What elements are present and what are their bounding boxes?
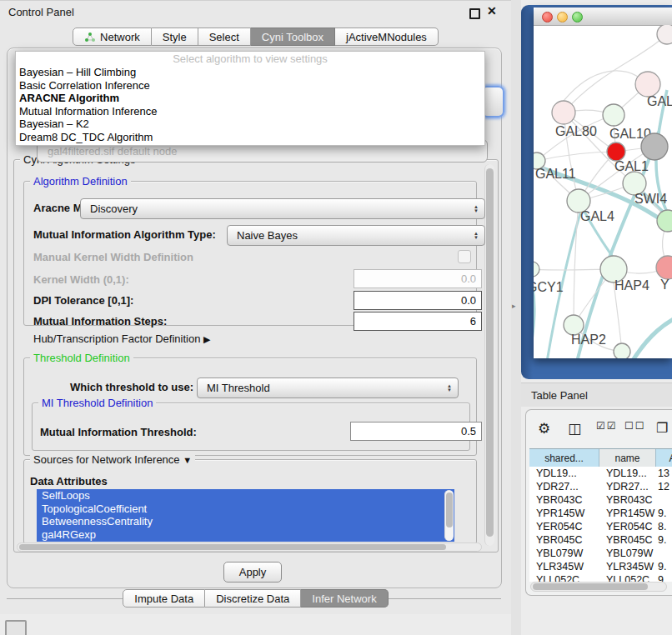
network-node-gal10[interactable] — [603, 104, 624, 126]
tab-infer-network[interactable]: Infer Network — [301, 589, 388, 608]
close-icon[interactable]: ✕ — [487, 4, 497, 18]
table-cell: YBR043C — [599, 494, 656, 506]
table-horizontal-scrollbar[interactable] — [530, 582, 667, 592]
table-row[interactable]: YLR345WYLR345W9. — [529, 560, 672, 573]
network-node[interactable] — [607, 142, 625, 161]
kernel-width-value: 0.0 — [461, 272, 476, 285]
mi-threshold-field[interactable]: 0.5 — [350, 422, 482, 441]
attribute-item-betweennesscentrality[interactable]: BetweennessCentrality — [37, 515, 454, 528]
table-row[interactable]: YLL052CYLL052C9. — [529, 573, 672, 582]
network-node-gal[interactable] — [635, 72, 660, 97]
network-node[interactable] — [657, 25, 672, 44]
tab-network[interactable]: Network — [73, 28, 152, 46]
network-node-swi4[interactable] — [657, 210, 672, 232]
float-window-icon[interactable] — [469, 8, 480, 19]
network-node[interactable] — [614, 343, 630, 358]
mi-threshold-label: Mutual Information Threshold: — [40, 426, 197, 438]
mi-type-select[interactable]: Naive Bayes ▲▼ — [227, 225, 485, 246]
manual-kernel-checkbox[interactable] — [458, 250, 471, 263]
data-attributes-list[interactable]: SelfLoopsTopologicalCoefficientBetweenne… — [37, 489, 454, 542]
table-rows: YDL19...YDL19...13YDR27...YDR27...12YBR0… — [529, 467, 672, 582]
mi-type-value: Naive Bayes — [237, 229, 298, 242]
mi-threshold-legend: MI Threshold Definition — [38, 397, 156, 409]
attribute-item-topologicalcoefficient[interactable]: TopologicalCoefficient — [37, 502, 454, 516]
tab-cyni-toolbox[interactable]: Cyni Toolbox — [251, 28, 335, 46]
attribute-item-gal4rgexp[interactable]: gal4RGexp — [37, 528, 454, 542]
tab-select[interactable]: Select — [198, 28, 251, 46]
select-all-columns-icon[interactable]: ☑☑ — [596, 420, 618, 432]
close-traffic-light[interactable] — [542, 12, 553, 22]
split-columns-icon[interactable]: ◫ — [568, 420, 581, 438]
table-scrollbar-thumb[interactable] — [533, 583, 648, 590]
node-label-gal1: GAL1 — [614, 159, 649, 173]
algorithm-option-aracne-algorithm[interactable]: ARACNE Algorithm — [16, 92, 484, 105]
algorithm-option-mutual-information-inference[interactable]: Mutual Information Inference — [16, 105, 484, 118]
network-window-titlebar[interactable] — [534, 8, 672, 26]
network-node-gal80[interactable] — [552, 101, 575, 124]
table-row[interactable]: YER054CYER054C8. — [529, 520, 672, 533]
tab-discretize-data[interactable]: Discretize Data — [205, 589, 301, 608]
mi-steps-value: 6 — [470, 315, 476, 328]
settings-vertical-scrollbar[interactable] — [484, 164, 494, 546]
algorithm-option-basic-correlation-inference[interactable]: Basic Correlation Inference — [16, 79, 484, 92]
table-row[interactable]: YBR043CYBR043C — [529, 493, 672, 507]
node-label-gal80: GAL80 — [555, 124, 597, 138]
node-label-y: Y — [660, 278, 669, 292]
table-row[interactable]: YBR045CYBR045C9. — [529, 533, 672, 547]
table-cell: YDL19... — [529, 468, 599, 479]
table-row[interactable]: YPR145WYPR145W9. — [529, 507, 672, 520]
node-label-swi4: SWI4 — [634, 192, 667, 206]
column-header-name[interactable]: name — [599, 449, 656, 468]
attribute-item-selfloops[interactable]: SelfLoops — [37, 489, 454, 502]
which-threshold-select[interactable]: MI Threshold ▲▼ — [197, 378, 459, 398]
threshold-definition-legend: Threshold Definition — [30, 352, 133, 364]
export-table-icon[interactable]: ❐ — [656, 420, 668, 436]
table-header-row: shared...nameA — [529, 448, 672, 468]
table-row[interactable]: YBL079WYBL079W — [529, 547, 672, 560]
column-header-a[interactable]: A — [656, 449, 672, 468]
attributes-scrollbar[interactable] — [444, 490, 454, 541]
algorithm-option-bayesian-hill-climbing[interactable]: Bayesian – Hill Climbing — [16, 66, 484, 79]
apply-button[interactable]: Apply — [223, 562, 282, 582]
settings-horizontal-scrollbar[interactable] — [17, 542, 482, 552]
zoom-traffic-light[interactable] — [572, 12, 583, 22]
which-threshold-label: Which threshold to use: — [70, 381, 193, 393]
table-cell: 9. — [656, 508, 672, 519]
network-node-y[interactable] — [656, 256, 672, 279]
dpi-tolerance-field[interactable]: 0.0 — [354, 291, 482, 310]
kernel-width-field[interactable]: 0.0 — [354, 269, 482, 288]
panel-splitter[interactable] — [511, 0, 521, 635]
unselect-all-columns-icon[interactable]: ☐☐ — [624, 420, 646, 432]
algorithm-option-dream8-dc-tdc-algorithm[interactable]: Dream8 DC_TDC Algorithm — [16, 131, 484, 144]
network-node[interactable] — [641, 133, 668, 160]
table-cell: YDR27... — [599, 481, 656, 492]
sources-legend[interactable]: Sources for Network Inference ▼ — [30, 453, 195, 466]
algorithm-placeholder: Select algorithm to view settings — [16, 52, 484, 66]
mi-steps-field[interactable]: 6 — [354, 312, 482, 331]
tab-jactivemnodules[interactable]: jActiveMNodules — [335, 28, 439, 46]
stepper-arrows-icon: ▲▼ — [442, 384, 452, 392]
splitter-arrow-icon[interactable]: ▸ — [512, 302, 516, 310]
attributes-scrollbar-thumb[interactable] — [446, 492, 453, 528]
node-label-gal4: GAL4 — [580, 209, 614, 223]
table-cell: YBL079W — [599, 548, 656, 559]
aracne-mode-select[interactable]: Discovery ▲▼ — [80, 198, 485, 219]
network-node-gcy1[interactable] — [534, 262, 539, 277]
data-attributes-label: Data Attributes — [30, 475, 108, 488]
table-row[interactable]: YDL19...YDL19...13 — [529, 467, 672, 480]
tab-style[interactable]: Style — [152, 28, 198, 46]
h-scrollbar-thumb[interactable] — [19, 544, 446, 550]
table-cell: YBL079W — [529, 548, 599, 559]
table-chooser-value: gal4filtered.sif default node — [48, 145, 177, 158]
network-canvas[interactable]: GALGAL80GAL10GAL1GAL11GAL4SWI4GCY1HAP4YH… — [534, 25, 672, 358]
settings-scrollbar-thumb[interactable] — [486, 168, 494, 537]
settings-gear-icon[interactable]: ⚙ — [538, 420, 550, 438]
column-header-shared[interactable]: shared... — [529, 449, 599, 468]
minimize-traffic-light[interactable] — [557, 12, 568, 22]
tab-impute-data[interactable]: Impute Data — [123, 589, 205, 608]
table-row[interactable]: YDR27...YDR27...12 — [529, 480, 672, 493]
table-cell: 9. — [656, 574, 672, 582]
minimized-panel-icon[interactable] — [5, 620, 27, 635]
algorithm-option-bayesian-k2[interactable]: Bayesian – K2 — [16, 118, 484, 131]
hub-definition-toggle[interactable]: Hub/Transcription Factor Definition ▶ — [33, 332, 210, 345]
